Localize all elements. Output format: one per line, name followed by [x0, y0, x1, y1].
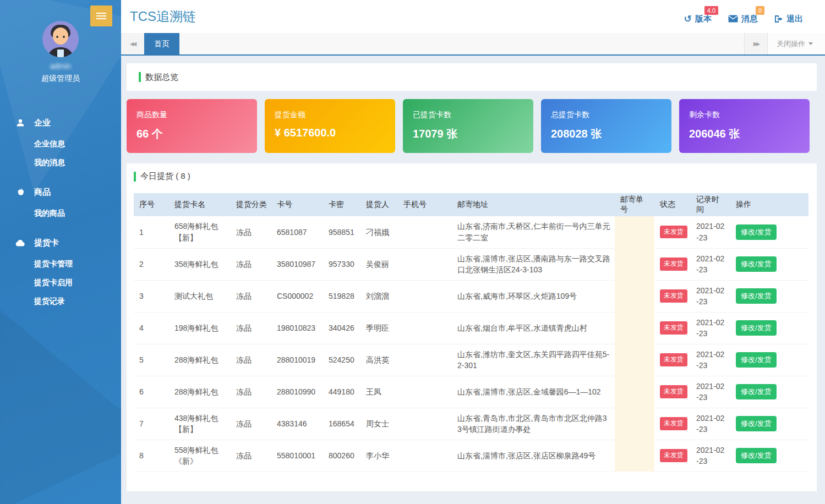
sidebar-item-card-management[interactable]: 提货卡管理: [0, 254, 121, 273]
top-header: TCS追溯链 ↺ 版本 4.0 消息 0: [121, 0, 825, 33]
messages-badge: 0: [756, 6, 764, 15]
cell-person: 高洪英: [360, 344, 398, 376]
cell-card-password: 168654: [323, 408, 360, 440]
cell-action: 修改/发货: [730, 376, 808, 408]
modify-ship-button[interactable]: 修改/发货: [736, 352, 777, 368]
tab-bar: ◀◀ 首页 ▶▶ 关闭操作: [121, 33, 825, 56]
status-badge: 未发货: [660, 385, 687, 398]
sidebar-item-my-products[interactable]: 我的商品: [0, 204, 121, 222]
main-area: TCS追溯链 ↺ 版本 4.0 消息 0: [121, 0, 825, 504]
cell-phone: [398, 440, 452, 472]
sidebar-group-label: 企业: [34, 118, 51, 128]
cell-person: 周女士: [360, 408, 398, 440]
sidebar-item-card-enable[interactable]: 提货卡启用: [0, 273, 121, 292]
section-accent-bar: [134, 172, 136, 182]
cell-card-password: 519828: [323, 280, 360, 312]
column-header: 卡密: [323, 193, 360, 216]
stat-label: 商品数量: [136, 110, 247, 120]
cell-record-time: 2021-02-23: [691, 312, 730, 344]
modify-ship-button[interactable]: 修改/发货: [736, 416, 777, 431]
sidebar-item-my-messages[interactable]: 我的消息: [0, 153, 121, 172]
cell-card-name: 558海鲜礼包《新》: [169, 440, 231, 472]
modify-ship-button[interactable]: 修改/发货: [736, 448, 777, 463]
cell-person: 刘溜溜: [360, 280, 398, 312]
sidebar-group-pickup-cards[interactable]: 提货卡: [0, 231, 121, 254]
cell-index: 1: [134, 216, 169, 248]
cell-person: 刁福娥: [360, 216, 398, 248]
app-title: TCS追溯链: [130, 8, 196, 25]
hamburger-icon: [96, 15, 106, 17]
modify-ship-button[interactable]: 修改/发货: [736, 320, 777, 336]
stat-value: 208028 张: [551, 127, 662, 141]
stat-card-remaining-cards: 剩余卡数 206046 张: [679, 99, 810, 153]
cell-record-time: 2021-02-23: [691, 344, 730, 376]
table-row: 2 358海鲜礼包 冻品 358010987 957330 吴俊丽 山东省,淄博…: [134, 248, 808, 280]
table-row: 4 198海鲜礼包 冻品 198010823 340426 季明臣 山东省,烟台…: [134, 312, 808, 344]
cell-index: 5: [134, 344, 169, 376]
double-left-arrow-icon: ◀◀: [130, 41, 135, 47]
cell-mail-address: 山东省,淄博市,张店区,张店区柳泉路49号: [452, 440, 615, 472]
modify-ship-button[interactable]: 修改/发货: [736, 224, 777, 240]
cell-mail-tracking-number: [615, 216, 654, 248]
logout-button[interactable]: 退出: [774, 9, 803, 24]
version-badge: 4.0: [704, 6, 718, 15]
today-pickup-title: 今日提货 ( 8 ): [140, 171, 190, 182]
scroll-tabs-right-button[interactable]: ▶▶: [744, 33, 767, 54]
cell-mail-tracking-number: [615, 376, 654, 408]
scroll-tabs-left-button[interactable]: ◀◀: [121, 33, 144, 54]
cell-status: 未发货: [654, 312, 691, 344]
modify-ship-button[interactable]: 修改/发货: [736, 256, 777, 272]
overview-title: 数据总览: [145, 72, 178, 83]
cell-phone: [398, 408, 452, 440]
close-operations-dropdown[interactable]: 关闭操作: [767, 33, 825, 54]
sidebar-item-enterprise-info[interactable]: 企业信息: [0, 134, 121, 153]
sidebar-menu: 企业 企业信息 我的消息 商品 我的商品: [0, 84, 121, 310]
stat-card-product-count: 商品数量 66 个: [127, 99, 257, 153]
cell-mail-tracking-number: [615, 344, 654, 376]
avatar: [42, 21, 79, 57]
table-row: 5 288海鲜礼包 冻品 288010019 524250 高洪英 山东省,潍坊…: [134, 344, 808, 376]
stat-label: 提货金额: [275, 110, 385, 120]
cell-index: 2: [134, 248, 169, 280]
envelope-icon: [728, 15, 738, 23]
cell-action: 修改/发货: [730, 248, 808, 280]
cell-person: 吴俊丽: [360, 248, 398, 280]
cell-person: 李小华: [360, 440, 398, 472]
stat-value: 66 个: [136, 127, 247, 141]
sidebar-group-enterprise[interactable]: 企业: [0, 111, 121, 134]
cell-index: 8: [134, 440, 169, 472]
cell-action: 修改/发货: [730, 440, 808, 472]
modify-ship-button[interactable]: 修改/发货: [736, 384, 777, 399]
cloud-icon: [15, 238, 25, 247]
messages-button[interactable]: 消息 0: [728, 9, 758, 24]
cell-card-number: 4383146: [271, 408, 323, 440]
version-button[interactable]: ↺ 版本 4.0: [684, 9, 712, 24]
cell-card-password: 957330: [323, 248, 360, 280]
content-area: 数据总览 商品数量 66 个 提货金额 ¥ 6517600.0 已提货卡数 17…: [121, 56, 825, 504]
username: admin: [0, 62, 121, 70]
modify-ship-button[interactable]: 修改/发货: [736, 288, 777, 304]
cell-person: 季明臣: [360, 312, 398, 344]
cell-category: 冻品: [231, 248, 271, 280]
sidebar: admin 超级管理员 企业 企业信息 我的消息: [0, 0, 121, 504]
cell-record-time: 2021-02-23: [691, 408, 730, 440]
stat-label: 剩余卡数: [689, 110, 800, 120]
cell-mail-address: 山东省,淄博市,张店区,金域馨园6—1—102: [452, 376, 615, 408]
column-header: 操作: [730, 193, 808, 216]
status-badge: 未发货: [660, 417, 687, 430]
stat-value: ¥ 6517600.0: [275, 127, 385, 139]
cell-category: 冻品: [231, 280, 271, 312]
cell-mail-tracking-number: [615, 248, 654, 280]
sidebar-toggle-button[interactable]: [90, 6, 112, 26]
column-header: 卡号: [271, 193, 323, 216]
tab-home[interactable]: 首页: [144, 33, 179, 54]
double-right-arrow-icon: ▶▶: [753, 41, 758, 47]
cell-record-time: 2021-02-23: [691, 216, 730, 248]
table-body: 1 658海鲜礼包【新】 冻品 6581087 958851 刁福娥 山东省,济…: [134, 216, 808, 472]
cell-phone: [398, 376, 452, 408]
sidebar-group-products[interactable]: 商品: [0, 180, 121, 204]
cell-index: 3: [134, 280, 169, 312]
cell-status: 未发货: [654, 248, 691, 280]
sidebar-item-pickup-records[interactable]: 提货记录: [0, 292, 121, 310]
cell-phone: [398, 312, 452, 344]
